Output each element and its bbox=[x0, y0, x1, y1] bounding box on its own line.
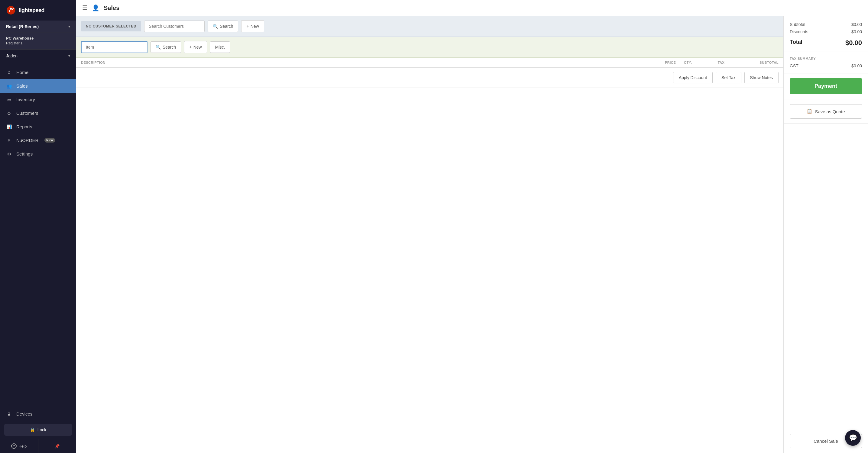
sales-body bbox=[76, 88, 783, 453]
sidebar-bottom: 🖥 Devices 🔒 Lock bbox=[0, 407, 76, 439]
right-panel-spacer bbox=[784, 124, 868, 429]
sidebar-item-customers[interactable]: ⊙ Customers bbox=[0, 106, 76, 120]
sidebar-logo: lightspeed bbox=[0, 0, 76, 21]
item-search-button[interactable]: 🔍 Search bbox=[151, 41, 181, 53]
discounts-value: $0.00 bbox=[851, 29, 862, 34]
search-customers-button[interactable]: 🔍 Search bbox=[208, 21, 238, 32]
gst-value: $0.00 bbox=[851, 63, 862, 68]
col-description: DESCRIPTION bbox=[81, 61, 646, 64]
nav-label-settings: Settings bbox=[16, 151, 33, 156]
set-tax-button[interactable]: Set Tax bbox=[716, 72, 741, 83]
discounts-row: Discounts $0.00 bbox=[790, 29, 862, 34]
sidebar: lightspeed Retail (R-Series) ▾ PC Wareho… bbox=[0, 0, 76, 453]
total-value: $0.00 bbox=[845, 39, 862, 47]
gst-row: GST $0.00 bbox=[790, 63, 862, 68]
item-search-label: Search bbox=[163, 45, 176, 50]
col-qty: QTY. bbox=[676, 61, 700, 64]
col-tax: TAX bbox=[700, 61, 742, 64]
sidebar-footer: ? Help 📌 bbox=[0, 439, 76, 453]
store-chevron-icon: ▾ bbox=[68, 25, 70, 29]
search-icon: 🔍 bbox=[213, 24, 218, 29]
col-price: PRICE bbox=[646, 61, 676, 64]
col-subtotal: SUBTOTAL bbox=[742, 61, 779, 64]
payment-button[interactable]: Payment bbox=[790, 78, 862, 94]
nav-menu: ⌂ Home 👥 Sales ▭ Inventory ⊙ Customers 📊… bbox=[0, 62, 76, 407]
misc-button[interactable]: Misc. bbox=[210, 41, 230, 53]
chat-button[interactable]: 💬 bbox=[845, 430, 861, 446]
content-area: NO CUSTOMER SELECTED 🔍 Search + New 🔍 Se… bbox=[76, 16, 868, 453]
inventory-icon: ▭ bbox=[6, 97, 12, 102]
sidebar-item-devices[interactable]: 🖥 Devices bbox=[0, 407, 76, 421]
help-icon: ? bbox=[11, 443, 17, 449]
nav-label-reports: Reports bbox=[16, 124, 32, 129]
sidebar-item-reports[interactable]: 📊 Reports bbox=[0, 120, 76, 133]
help-button[interactable]: ? Help bbox=[0, 439, 38, 453]
lock-button[interactable]: 🔒 Lock bbox=[4, 424, 72, 436]
payment-section: Payment bbox=[784, 73, 868, 99]
plus-icon: + bbox=[246, 24, 249, 29]
nuorder-icon: ✕ bbox=[6, 138, 12, 143]
right-panel: Subtotal $0.00 Discounts $0.00 Total $0.… bbox=[783, 16, 868, 453]
lock-label: Lock bbox=[37, 427, 46, 432]
item-input[interactable] bbox=[81, 41, 148, 53]
nav-label-nuorder: NuORDER bbox=[16, 138, 38, 143]
no-customer-button[interactable]: NO CUSTOMER SELECTED bbox=[81, 21, 141, 31]
user-selector[interactable]: Jaden ▾ bbox=[0, 50, 76, 62]
subtotal-value: $0.00 bbox=[851, 22, 862, 27]
total-label: Total bbox=[790, 39, 802, 47]
quote-section: 📋 Save as Quote bbox=[784, 99, 868, 124]
nav-label-sales: Sales bbox=[16, 83, 28, 89]
settings-icon: ⚙ bbox=[6, 152, 12, 156]
tax-summary-section: TAX SUMMARY GST $0.00 bbox=[784, 52, 868, 73]
reports-icon: 📊 bbox=[6, 124, 12, 129]
search-label: Search bbox=[220, 24, 233, 29]
nav-label-inventory: Inventory bbox=[16, 97, 35, 102]
register-line2: Register 1 bbox=[6, 41, 70, 45]
summary-section: Subtotal $0.00 Discounts $0.00 Total $0.… bbox=[784, 16, 868, 52]
item-bar: 🔍 Search + New Misc. bbox=[76, 37, 783, 58]
new-item-button[interactable]: + New bbox=[184, 41, 207, 53]
register-info: PC Warehouse Register 1 bbox=[0, 33, 76, 50]
sales-area: NO CUSTOMER SELECTED 🔍 Search + New 🔍 Se… bbox=[76, 16, 783, 453]
customer-bar: NO CUSTOMER SELECTED 🔍 Search + New bbox=[76, 16, 783, 37]
pin-button[interactable]: 📌 bbox=[38, 439, 76, 453]
sidebar-item-nuorder[interactable]: ✕ NuORDER NEW bbox=[0, 133, 76, 147]
new-item-label: New bbox=[193, 45, 202, 50]
subtotal-label: Subtotal bbox=[790, 22, 805, 27]
user-chevron-icon: ▾ bbox=[68, 54, 70, 58]
nav-label-customers: Customers bbox=[16, 110, 38, 116]
customers-icon: ⊙ bbox=[6, 111, 12, 116]
store-name: Retail (R-Series) bbox=[6, 24, 39, 29]
sales-icon: 👥 bbox=[6, 84, 12, 89]
show-notes-button[interactable]: Show Notes bbox=[744, 72, 779, 83]
sidebar-item-sales[interactable]: 👥 Sales bbox=[0, 79, 76, 93]
tax-summary-title: TAX SUMMARY bbox=[790, 57, 862, 60]
main-area: ☰ 👤 Sales NO CUSTOMER SELECTED 🔍 Search … bbox=[76, 0, 868, 453]
lightspeed-logo-icon bbox=[6, 5, 16, 15]
register-line1: PC Warehouse bbox=[6, 36, 70, 40]
gst-label: GST bbox=[790, 63, 799, 68]
discounts-label: Discounts bbox=[790, 29, 808, 34]
save-as-quote-button[interactable]: 📋 Save as Quote bbox=[790, 104, 862, 119]
total-row: Total $0.00 bbox=[790, 36, 862, 47]
sidebar-item-home[interactable]: ⌂ Home bbox=[0, 65, 76, 79]
sidebar-item-inventory[interactable]: ▭ Inventory bbox=[0, 93, 76, 106]
sidebar-item-settings[interactable]: ⚙ Settings bbox=[0, 147, 76, 161]
save-quote-label: Save as Quote bbox=[815, 109, 845, 114]
apply-discount-button[interactable]: Apply Discount bbox=[673, 72, 713, 83]
nuorder-badge: NEW bbox=[44, 138, 55, 142]
new-customer-button[interactable]: + New bbox=[241, 20, 264, 32]
store-selector[interactable]: Retail (R-Series) ▾ bbox=[0, 21, 76, 33]
devices-label: Devices bbox=[16, 411, 32, 417]
devices-icon: 🖥 bbox=[6, 412, 12, 417]
svg-point-0 bbox=[7, 6, 15, 14]
item-search-icon: 🔍 bbox=[156, 45, 161, 50]
search-customers-input[interactable] bbox=[144, 21, 205, 32]
nav-label-home: Home bbox=[16, 70, 28, 75]
new-customer-label: New bbox=[251, 24, 259, 29]
new-item-plus-icon: + bbox=[189, 44, 192, 50]
menu-icon[interactable]: ☰ bbox=[82, 4, 88, 11]
page-title: Sales bbox=[104, 4, 119, 11]
logo-text: lightspeed bbox=[19, 7, 44, 13]
home-icon: ⌂ bbox=[6, 69, 12, 75]
